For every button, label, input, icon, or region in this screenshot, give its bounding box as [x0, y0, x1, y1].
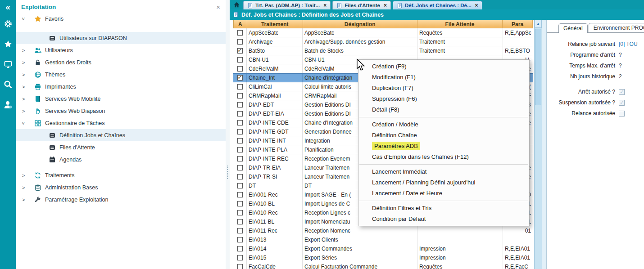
menu-item[interactable]: Définition Filtres et Tris — [358, 203, 529, 214]
sidebar-item[interactable]: >Thèmes — [16, 68, 226, 81]
tab-close-icon[interactable]: × — [323, 2, 327, 9]
row-checkbox[interactable] — [237, 147, 243, 152]
scroll-up-arrow-icon[interactable]: ▲ — [535, 20, 542, 28]
table-row[interactable]: EIA013Export Clients — [233, 235, 533, 244]
tab-close-icon[interactable]: × — [475, 2, 478, 9]
column-header-3[interactable]: File Attente — [417, 20, 503, 28]
sidebar-item[interactable]: Files d'Attente — [16, 141, 226, 153]
menu-item[interactable]: Lancement Immédiat — [358, 166, 529, 177]
menu-item[interactable]: Duplication (F7) — [358, 83, 529, 94]
row-checkbox[interactable] — [237, 120, 243, 126]
properties-tab-2[interactable]: Environnement PROG — [589, 23, 644, 32]
column-header-2[interactable]: Désignation — [303, 20, 417, 28]
cell-param: 01 — [503, 226, 533, 235]
row-checkbox[interactable] — [237, 129, 243, 134]
table-row[interactable]: EIA014Export CommandesImpressionR,E,EIA0… — [233, 244, 533, 253]
row-checkbox[interactable] — [237, 165, 243, 170]
row-checkbox[interactable] — [237, 219, 243, 224]
menu-item[interactable]: Modification (F1) — [358, 72, 529, 83]
row-checkbox[interactable] — [237, 183, 243, 188]
row-checkbox[interactable] — [237, 201, 243, 206]
sidebar-item[interactable]: >Utilisateurs — [16, 44, 226, 56]
menu-item[interactable]: Condition par Défaut — [358, 214, 529, 224]
sidebar-close-icon[interactable]: × — [216, 4, 220, 10]
row-checkbox[interactable] — [237, 264, 243, 269]
row-checkbox[interactable] — [237, 237, 243, 242]
table-row[interactable]: AppSceBatcAppSceBatcRequêtesR,E,AppSc — [233, 28, 533, 37]
sidebar-item[interactable]: >Gestionnaire de Tâches — [16, 117, 226, 129]
rail-settings-button[interactable] — [0, 13, 16, 34]
rail-favorites-button[interactable] — [0, 34, 16, 54]
hand-icon — [32, 108, 44, 115]
table-row[interactable]: EIA011-RecReception Nomenc01 — [233, 226, 533, 235]
row-checkbox[interactable] — [237, 84, 243, 90]
tab-label: Déf. Jobs et Chaînes : Dé... — [405, 3, 472, 8]
row-checkbox[interactable] — [237, 255, 243, 260]
table-row[interactable]: EIA015Export SériesImpressionR,E,EIA01 — [233, 253, 533, 262]
row-checkbox[interactable] — [237, 93, 243, 99]
field-checkbox[interactable] — [619, 111, 625, 117]
menu-item[interactable]: Lancement / Planning Défini aujourd'hui — [358, 177, 529, 188]
field-checkbox[interactable] — [619, 100, 625, 106]
field-value: 2 — [619, 73, 622, 80]
tab-3[interactable]: Déf. Jobs et Chaînes : Dé...× — [393, 1, 482, 9]
panel-splitter[interactable] — [226, 0, 230, 269]
row-checkbox[interactable] — [237, 246, 243, 251]
rail-collapse-button[interactable]: « — [0, 0, 16, 13]
table-row[interactable]: BatStoBatch de StocksTraitementR,E,BSTO — [233, 46, 533, 55]
field-checkbox[interactable] — [619, 89, 625, 95]
tab-close-icon[interactable]: × — [384, 2, 387, 9]
sidebar-item[interactable]: >Paramétrage Exploitation — [16, 193, 226, 206]
tab-2[interactable]: Files d'Attente× — [332, 1, 391, 9]
rail-user-button[interactable] — [0, 94, 16, 115]
row-checkbox[interactable] — [237, 75, 243, 81]
badge-icon — [46, 132, 58, 139]
menu-item[interactable]: Cas d'Emploi dans les Chaînes (F12) — [358, 152, 529, 162]
column-header-4[interactable]: Para — [503, 20, 533, 28]
row-checkbox[interactable] — [237, 102, 243, 108]
field-value: [0] TOU — [619, 41, 638, 47]
sidebar-item[interactable]: Définition Jobs et Chaînes — [16, 129, 226, 141]
row-checkbox[interactable] — [237, 66, 243, 72]
row-checkbox[interactable] — [237, 57, 243, 63]
row-checkbox[interactable] — [237, 192, 243, 197]
sidebar-item[interactable]: >Gestion des Droits — [16, 56, 226, 68]
sidebar-item[interactable]: >Services Web Mobilité — [16, 93, 226, 105]
vertical-scrollbar[interactable]: ▲ — [534, 20, 542, 269]
row-checkbox[interactable] — [237, 228, 243, 233]
rail-search-button[interactable] — [0, 74, 16, 94]
column-header-0[interactable]: A — [234, 20, 247, 28]
sidebar-item[interactable]: Utilisateurs sur DIAPASON — [16, 32, 226, 44]
sidebar-item[interactable]: >Imprimantes — [16, 81, 226, 93]
row-checkbox[interactable] — [237, 30, 243, 36]
scrollbar-thumb[interactable] — [535, 29, 541, 105]
sidebar-item[interactable]: >Favoris — [16, 13, 226, 25]
sidebar-item[interactable]: >Services Web Diapason — [16, 105, 226, 117]
table-row[interactable]: ArchivageArchivage/Supp. données gestion… — [233, 37, 533, 46]
column-header-1[interactable]: Traitement — [247, 20, 303, 28]
properties-tab-1[interactable]: Général — [558, 23, 588, 33]
tab-1[interactable]: Trt. Par. (ADM-AP) : Trait...× — [243, 1, 331, 9]
row-checkbox[interactable] — [237, 111, 243, 117]
sidebar-item[interactable]: Agendas — [16, 153, 226, 166]
menu-item[interactable]: Détail (F8) — [358, 104, 529, 115]
sidebar-item[interactable]: >Administration Bases — [16, 181, 226, 193]
row-checkbox[interactable] — [237, 39, 243, 45]
menu-item[interactable]: Définition Chaîne — [358, 130, 529, 141]
sidebar-item[interactable]: >Traitements — [16, 169, 226, 181]
menu-item[interactable]: Création (F9) — [358, 61, 529, 72]
menu-item[interactable]: Paramètres ADB — [358, 141, 529, 152]
table-row[interactable]: FacCalCdeCalcul Facturation CommandeRequ… — [233, 262, 533, 269]
rail-screens-button[interactable] — [0, 54, 16, 74]
row-checkbox[interactable] — [237, 48, 243, 54]
row-check-cell — [233, 181, 247, 190]
row-checkbox[interactable] — [237, 174, 243, 179]
row-checkbox[interactable] — [237, 138, 243, 143]
menu-item[interactable]: Suppression (F6) — [358, 94, 529, 104]
row-checkbox[interactable] — [237, 210, 243, 215]
row-check-cell — [233, 244, 247, 253]
menu-item[interactable]: Création / Modèle — [358, 119, 529, 130]
row-checkbox[interactable] — [237, 156, 243, 161]
menu-item[interactable]: Lancement / Date et Heure — [358, 188, 529, 199]
home-button[interactable] — [231, 0, 242, 9]
